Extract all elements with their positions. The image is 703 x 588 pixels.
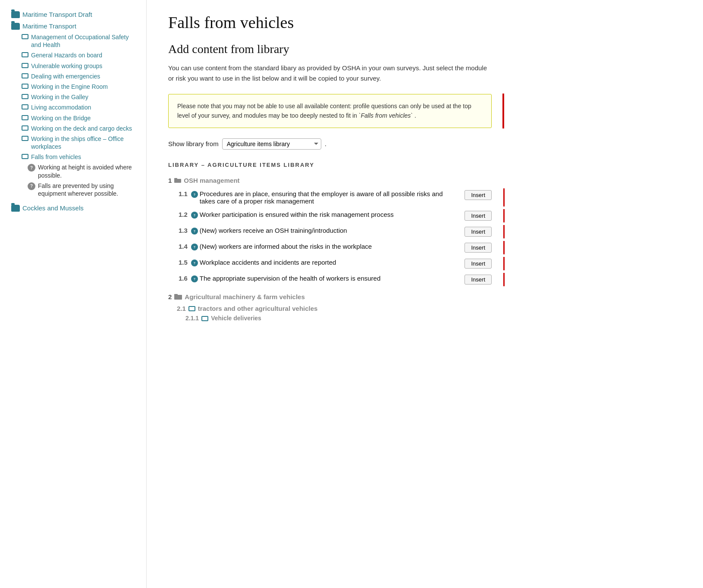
module-icon [22, 73, 28, 78]
svg-rect-15 [174, 294, 178, 296]
question-circle-icon: ? [191, 228, 198, 235]
module-icon [22, 104, 28, 109]
sidebar-item-cockles-mussels[interactable]: Cockles and Mussels [9, 202, 142, 214]
library-section-1: 1 OSH management 1.1 ? Procedures are in… [168, 177, 509, 286]
svg-text:?: ? [194, 214, 195, 217]
module-icon [22, 94, 28, 99]
sidebar-item-vulnerable-groups[interactable]: Vulnerable working groups [9, 61, 142, 71]
module-icon [188, 306, 195, 311]
sidebar-item-ships-office[interactable]: Working in the ships office – Office wor… [9, 134, 142, 152]
question-circle-icon: ? [191, 260, 198, 266]
library-heading: Library – Agriculture Items Library [168, 162, 509, 168]
library-select[interactable]: Agriculture items library Maritime Trans… [222, 138, 321, 150]
sidebar-question-2[interactable]: ? Falls are prevented by using equipment… [9, 181, 142, 199]
svg-rect-1 [174, 178, 177, 180]
description-text: You can use content from the standard li… [168, 63, 492, 84]
folder-icon [11, 205, 20, 212]
insert-button-1-1[interactable]: Insert [464, 190, 492, 200]
sidebar-item-engine-room[interactable]: Working in the Engine Room [9, 81, 142, 92]
library-item-1-3: 1.3 ? (New) workers receive an OSH train… [168, 225, 492, 238]
sidebar-item-living-accommodation[interactable]: Living accommodation [9, 102, 142, 113]
module-icon [22, 84, 28, 89]
sidebar-item-galley[interactable]: Working in the Galley [9, 92, 142, 102]
warning-text-before: Please note that you may not be able to … [177, 103, 471, 119]
insert-button-1-2[interactable]: Insert [464, 211, 492, 221]
warning-box: Please note that you may not be able to … [168, 94, 492, 128]
sidebar-item-general-hazards[interactable]: General Hazards on board [9, 50, 142, 60]
sub-section-2-1-title: 2.1 tractors and other agricultural vehi… [177, 305, 509, 312]
show-library-row: Show library from Agriculture items libr… [168, 138, 509, 150]
question-circle-icon: ? [191, 275, 198, 282]
module-icon [22, 52, 28, 57]
question-circle-icon: ? [191, 244, 198, 250]
sidebar: Maritime Transport Draft Maritime Transp… [0, 0, 147, 588]
risk-icon: ? [28, 182, 35, 190]
question-circle-icon: ? [191, 191, 198, 198]
sidebar-item-dealing-emergencies[interactable]: Dealing with emergencies [9, 71, 142, 81]
svg-text:?: ? [194, 262, 195, 265]
module-icon [22, 154, 28, 159]
sidebar-question-1[interactable]: ? Working at height is avoided where pos… [9, 162, 142, 180]
folder-icon-dark [174, 294, 182, 300]
insert-button-1-6[interactable]: Insert [464, 275, 492, 285]
folder-icon [11, 11, 20, 18]
question-circle-icon: ? [191, 212, 198, 219]
module-icon [22, 125, 28, 131]
page-title: Falls from vehicles [168, 13, 509, 32]
library-section-2: 2 Agricultural machinery & farm vehicles… [168, 293, 509, 322]
sidebar-item-working-deck[interactable]: Working on the deck and cargo decks [9, 123, 142, 134]
svg-text:?: ? [194, 230, 195, 233]
insert-button-1-4[interactable]: Insert [464, 243, 492, 253]
library-item-1-5: 1.5 ? Workplace accidents and incidents … [168, 257, 492, 270]
main-content: Falls from vehicles Add content from lib… [147, 0, 535, 588]
svg-text:?: ? [194, 278, 195, 281]
risk-icon: ? [28, 164, 35, 172]
library-item-1-6: 1.6 ? The appropriate supervision of the… [168, 273, 492, 286]
module-icon [201, 316, 208, 321]
module-icon [22, 136, 28, 141]
warning-text-after: . [414, 112, 416, 119]
folder-icon [174, 178, 181, 183]
module-icon [22, 115, 28, 120]
library-item-1-4: 1.4 ? (New) workers are informed about t… [168, 241, 492, 254]
sidebar-item-maritime-transport-draft[interactable]: Maritime Transport Draft [9, 9, 142, 20]
library-sub-section-2-1: 2.1 tractors and other agricultural vehi… [168, 305, 509, 322]
show-library-label: Show library from [168, 140, 219, 147]
svg-text:?: ? [194, 193, 195, 196]
sidebar-item-maritime-transport[interactable]: Maritime Transport [9, 20, 142, 32]
svg-text:?: ? [194, 246, 195, 249]
library-section-1-title: 1 OSH management [168, 177, 509, 184]
sub-section-2-1-1-title: 2.1.1 Vehicle deliveries [177, 315, 509, 322]
sidebar-item-management-osh[interactable]: Management of Occupational Safety and He… [9, 32, 142, 50]
warning-italic: `Falls from vehicles` [357, 112, 414, 119]
module-icon [22, 63, 28, 68]
period: . [325, 140, 326, 147]
sidebar-item-falls-from-vehicles[interactable]: Falls from vehicles [9, 152, 142, 162]
library-item-1-2: 1.2 ? Worker participation is ensured wi… [168, 209, 492, 222]
library-item-1-1: 1.1 ? Procedures are in place, ensuring … [168, 188, 492, 206]
insert-button-1-5[interactable]: Insert [464, 259, 492, 269]
library-section-2-title: 2 Agricultural machinery & farm vehicles [168, 293, 509, 300]
insert-button-1-3[interactable]: Insert [464, 227, 492, 237]
module-icon [22, 34, 28, 39]
sidebar-item-working-bridge[interactable]: Working on the Bridge [9, 113, 142, 123]
folder-icon [11, 23, 20, 30]
section-title: Add content from library [168, 42, 509, 56]
